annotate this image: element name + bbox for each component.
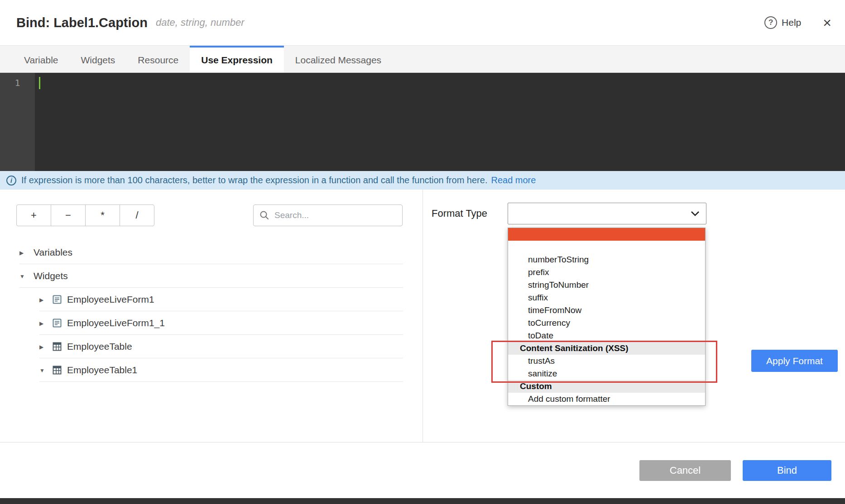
expression-builder-panel: + − * / Variables [0,190,423,442]
dropdown-option-sanitize[interactable]: sanitize [508,367,705,380]
tree-item-employeetable[interactable]: EmployeeTable [39,335,403,358]
caret-right-icon[interactable] [39,319,49,327]
dropdown-option-stringtonumber[interactable]: stringToNumber [508,279,705,291]
table-widget-icon [52,342,62,352]
caret-right-icon[interactable] [19,248,29,257]
tab-localized-messages[interactable]: Localized Messages [284,46,393,72]
help-icon[interactable]: ? [764,16,777,29]
table-widget-icon [52,365,62,375]
dropdown-option-add-custom-formatter[interactable]: Add custom formatter [508,393,705,405]
dialog-title: Bind: Label1.Caption [16,15,148,30]
dropdown-option-timefromnow[interactable]: timeFromNow [508,304,705,317]
close-icon[interactable]: × [823,15,831,30]
tab-bar: Variable Widgets Resource Use Expression… [0,45,845,73]
expression-editor: 1 [0,73,845,171]
main-content: + − * / Variables [0,190,845,442]
tree-item-label: EmployeeTable1 [67,365,137,376]
dropdown-option-numbertostring[interactable]: numberToString [508,253,705,266]
plus-operator-button[interactable]: + [16,204,51,226]
tab-resource[interactable]: Resource [126,46,190,72]
line-number: 1 [14,77,20,88]
bind-button[interactable]: Bind [743,460,831,481]
help-link[interactable]: Help [782,17,801,28]
editor-code-area[interactable] [35,73,845,171]
form-widget-icon [52,295,62,304]
tab-use-expression[interactable]: Use Expression [190,46,284,72]
multiply-operator-button[interactable]: * [85,204,120,226]
search-input[interactable] [253,204,403,226]
form-widget-icon [52,318,62,328]
format-type-label: Format Type [432,203,487,224]
search-box [253,204,403,226]
caret-right-icon[interactable] [39,342,49,351]
dropdown-option-empty[interactable] [508,241,705,253]
cancel-button[interactable]: Cancel [639,460,731,481]
editor-cursor [39,77,40,89]
builder-toolbar: + − * / [16,204,403,226]
tree-item-label: EmployeeLiveForm1 [67,294,154,305]
tree-item-employeeliveform1_1[interactable]: EmployeeLiveForm1_1 [39,311,403,335]
dialog-footer: Cancel Bind [0,442,845,498]
format-type-select[interactable] [508,203,706,224]
dropdown-option-suffix[interactable]: suffix [508,291,705,304]
info-bar: i If expression is more than 100 charact… [0,171,845,190]
operator-group: + − * / [16,204,154,226]
format-panel: Format Type numberToString prefix string… [423,190,845,442]
bottom-edge-bar [0,498,845,504]
info-icon: i [6,176,16,185]
binding-tree: Variables Widgets EmployeeLiveForm1 [0,241,422,382]
tree-item-label: EmployeeTable [67,341,132,352]
dialog-header: Bind: Label1.Caption date, string, numbe… [0,0,845,45]
bind-dialog: Bind: Label1.Caption date, string, numbe… [0,0,845,504]
editor-gutter: 1 [0,73,35,171]
tree-item-employeeliveform1[interactable]: EmployeeLiveForm1 [39,288,403,311]
info-text: If expression is more than 100 character… [21,175,487,185]
apply-format-button[interactable]: Apply Format [751,350,838,372]
dialog-subtitle: date, string, number [156,17,245,29]
dropdown-option-trustas[interactable]: trustAs [508,355,705,367]
minus-operator-button[interactable]: − [51,204,86,226]
format-type-dropdown-list: numberToString prefix stringToNumber suf… [508,228,706,406]
dropdown-option-todate[interactable]: toDate [508,329,705,342]
tree-item-label: Widgets [34,271,68,281]
tab-widgets[interactable]: Widgets [70,46,127,72]
dropdown-group-custom: Custom [508,380,705,393]
divide-operator-button[interactable]: / [120,204,154,226]
tree-item-employeetable1[interactable]: EmployeeTable1 [39,358,403,382]
tab-variable[interactable]: Variable [13,46,70,72]
caret-right-icon[interactable] [39,295,49,304]
dropdown-option-empty-selected[interactable] [508,228,705,241]
header-actions: ? Help × [764,15,831,30]
dropdown-group-content-sanitization: Content Sanitization (XSS) [508,342,705,355]
tree-item-label: Variables [34,247,72,258]
tree-item-variables[interactable]: Variables [19,241,403,264]
dropdown-option-prefix[interactable]: prefix [508,266,705,279]
tree-item-widgets[interactable]: Widgets [19,264,403,288]
dropdown-option-tocurrency[interactable]: toCurrency [508,317,705,329]
caret-down-icon[interactable] [39,366,49,374]
caret-down-icon[interactable] [19,272,29,280]
tree-item-label: EmployeeLiveForm1_1 [67,318,165,328]
chevron-down-icon [691,211,700,216]
read-more-link[interactable]: Read more [491,175,536,185]
